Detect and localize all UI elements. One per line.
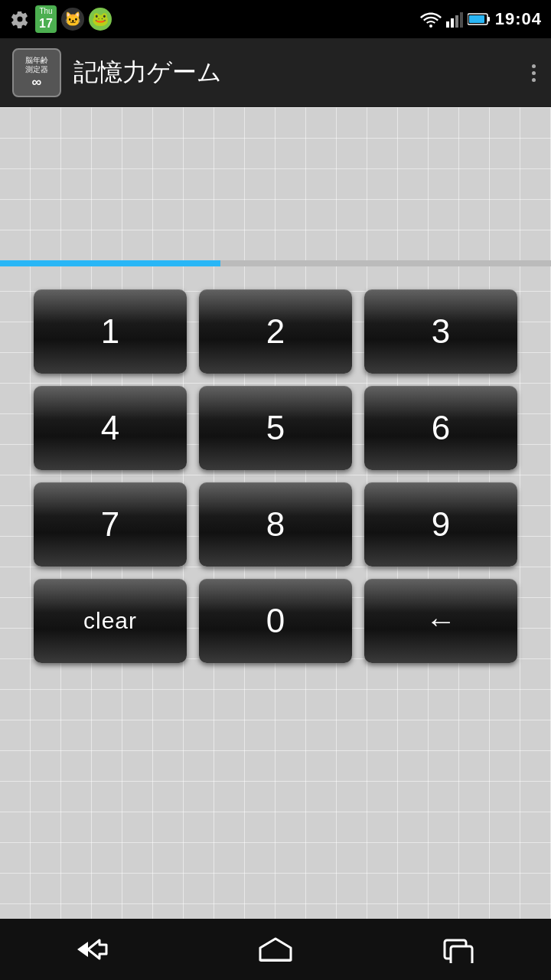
svg-rect-1 bbox=[446, 21, 449, 28]
app-title: 記憶力ゲーム bbox=[73, 56, 529, 90]
progress-bar bbox=[0, 260, 220, 266]
svg-rect-7 bbox=[469, 15, 484, 23]
backspace-button[interactable]: ← bbox=[364, 579, 517, 663]
menu-button[interactable] bbox=[529, 61, 539, 85]
bottom-nav bbox=[0, 919, 551, 980]
status-bar: Thu 17 🐱 🐸 19:04 bbox=[0, 0, 551, 38]
home-button[interactable] bbox=[245, 930, 306, 969]
keypad-row-2: 4 5 6 bbox=[34, 386, 517, 470]
keypad-area: 1 2 3 4 5 6 7 8 9 clear 0 ← bbox=[0, 266, 551, 919]
back-button[interactable] bbox=[61, 930, 122, 969]
dot2 bbox=[532, 71, 536, 75]
cal-day-number: 17 bbox=[39, 16, 53, 31]
display-area bbox=[0, 107, 551, 260]
cal-day-label: Thu bbox=[39, 7, 53, 16]
logo-line1: 脳年齢 bbox=[25, 56, 48, 65]
battery-icon bbox=[468, 12, 491, 26]
svg-rect-6 bbox=[487, 17, 490, 21]
wifi-icon bbox=[420, 11, 442, 28]
dot3 bbox=[532, 78, 536, 82]
clear-button[interactable]: clear bbox=[34, 579, 187, 663]
main-content: 1 2 3 4 5 6 7 8 9 clear 0 ← bbox=[0, 107, 551, 919]
key-4[interactable]: 4 bbox=[34, 386, 187, 470]
app-logo: 脳年齢 測定器 ∞ bbox=[12, 48, 61, 97]
key-8[interactable]: 8 bbox=[199, 482, 352, 567]
frog-app-icon: 🐸 bbox=[89, 8, 112, 31]
recents-icon bbox=[440, 936, 478, 963]
signal-icon bbox=[446, 11, 463, 28]
key-2[interactable]: 2 bbox=[199, 289, 352, 374]
key-7[interactable]: 7 bbox=[34, 482, 187, 567]
svg-rect-4 bbox=[460, 12, 463, 28]
home-icon bbox=[256, 936, 295, 963]
back-icon bbox=[73, 936, 111, 963]
logo-symbol: ∞ bbox=[32, 74, 42, 90]
svg-rect-3 bbox=[455, 15, 458, 28]
key-1[interactable]: 1 bbox=[34, 289, 187, 374]
status-left-icons: Thu 17 🐱 🐸 bbox=[9, 8, 112, 31]
svg-rect-11 bbox=[451, 946, 472, 963]
svg-point-0 bbox=[429, 24, 432, 28]
key-0[interactable]: 0 bbox=[199, 579, 352, 663]
cat-app-icon: 🐱 bbox=[61, 8, 84, 31]
svg-rect-2 bbox=[451, 18, 454, 28]
calendar-icon: Thu 17 bbox=[35, 8, 57, 30]
dot1 bbox=[532, 64, 536, 68]
logo-line2: 測定器 bbox=[25, 65, 48, 74]
app-bar: 脳年齢 測定器 ∞ 記憶力ゲーム bbox=[0, 38, 551, 107]
keypad-row-4: clear 0 ← bbox=[34, 579, 517, 663]
recents-button[interactable] bbox=[429, 930, 490, 969]
keypad-row-1: 1 2 3 bbox=[34, 289, 517, 374]
settings-icon bbox=[9, 8, 31, 30]
key-6[interactable]: 6 bbox=[364, 386, 517, 470]
key-9[interactable]: 9 bbox=[364, 482, 517, 567]
progress-container bbox=[0, 260, 551, 266]
key-5[interactable]: 5 bbox=[199, 386, 352, 470]
keypad-row-3: 7 8 9 bbox=[34, 482, 517, 567]
svg-rect-9 bbox=[260, 960, 291, 962]
status-right-icons: 19:04 bbox=[420, 9, 542, 29]
key-3[interactable]: 3 bbox=[364, 289, 517, 374]
time-display: 19:04 bbox=[495, 9, 542, 29]
